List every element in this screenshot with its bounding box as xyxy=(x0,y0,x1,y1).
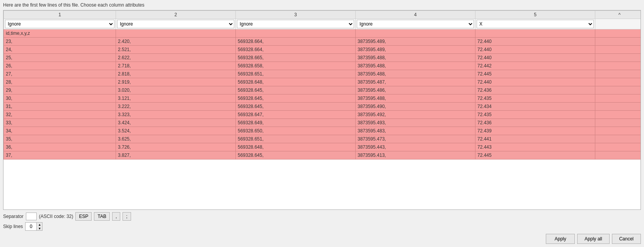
table-row: 36,3.726,569328.648,3873595.443,72.443 xyxy=(4,143,641,151)
table-cell xyxy=(595,54,641,62)
spin-up-button[interactable]: ▲ xyxy=(37,223,42,226)
table-cell: 36, xyxy=(4,143,116,151)
table-cell: 569328.664, xyxy=(236,46,356,54)
table-cell: 3873595.487, xyxy=(356,78,475,86)
col3-select[interactable]: Ignore XYZTimeID xyxy=(237,20,354,28)
table-row: 32,3.323,569328.647,3873595.492,72.435 xyxy=(4,111,641,119)
table-body: id,time,x,y,z23,2.420,569328.664,3873595… xyxy=(4,29,641,160)
col-num-5: 5 xyxy=(475,11,595,19)
table-cell: 72.440 xyxy=(475,54,595,62)
table-row: 37,3.827,569328.645,3873595.413,72.445 xyxy=(4,151,641,160)
table-cell: 3.625, xyxy=(116,135,236,143)
col-dropdown-1[interactable]: Ignore XYZTimeID xyxy=(4,19,116,29)
table-cell: 3873595.492, xyxy=(356,111,475,119)
table-cell: 33, xyxy=(4,119,116,127)
table-cell: 72.439 xyxy=(475,127,595,135)
semicolon-button[interactable]: ; xyxy=(123,212,131,221)
table-cell: 72.436 xyxy=(475,86,595,94)
cancel-button[interactable]: Cancel xyxy=(612,234,641,244)
table-cell: 72.440 xyxy=(475,78,595,86)
table-cell: 569328.648, xyxy=(236,78,356,86)
instruction-text: Here are the first few lines of this fil… xyxy=(3,2,641,8)
col-num-1: 1 xyxy=(4,11,116,19)
table-cell: 569328.664, xyxy=(236,38,356,46)
table-cell: 23, xyxy=(4,38,116,46)
data-table-wrapper: 1 2 3 4 5 ^ Ignore XYZTimeID xyxy=(3,10,641,210)
table-cell: 2.718, xyxy=(116,62,236,70)
table-cell: 72.440 xyxy=(475,46,595,54)
col-dropdown-extra xyxy=(595,19,641,29)
skip-lines-input[interactable] xyxy=(26,223,36,230)
table-cell xyxy=(595,135,641,143)
table-cell: 2.818, xyxy=(116,70,236,78)
col-num-3: 3 xyxy=(236,11,356,19)
table-cell: 569328.649, xyxy=(236,119,356,127)
table-cell: 569328.648, xyxy=(236,143,356,151)
table-row: 33,3.424,569328.649,3873595.493,72.436 xyxy=(4,119,641,127)
table-cell: 34, xyxy=(4,127,116,135)
tab-button[interactable]: TAB xyxy=(94,212,109,221)
skip-lines-row: Skip lines ▲ ▼ xyxy=(3,222,641,231)
table-cell: 3.222, xyxy=(116,103,236,111)
table-cell: 24, xyxy=(4,46,116,54)
table-cell: 3873595.488, xyxy=(356,54,475,62)
table-row: 24,2.521,569328.664,3873595.489,72.440 xyxy=(4,46,641,54)
col-dropdown-2[interactable]: Ignore XYZTimeID xyxy=(116,19,236,29)
skip-lines-spinner[interactable]: ▲ ▼ xyxy=(25,222,43,231)
table-cell: 72.443 xyxy=(475,143,595,151)
col5-select[interactable]: X IgnoreYZTimeID xyxy=(477,20,594,28)
table-cell: 3873595.490, xyxy=(356,103,475,111)
separator-row: Separator (ASCII code: 32) ESP TAB , ; xyxy=(3,212,641,221)
table-cell: 2.420, xyxy=(116,38,236,46)
table-row: 30,3.121,569328.645,3873595.488,72.435 xyxy=(4,94,641,103)
col-dropdown-3[interactable]: Ignore XYZTimeID xyxy=(236,19,356,29)
table-cell xyxy=(595,119,641,127)
esp-button[interactable]: ESP xyxy=(75,212,92,221)
table-cell xyxy=(595,127,641,135)
table-cell: 569328.647, xyxy=(236,111,356,119)
table-cell: 31, xyxy=(4,103,116,111)
separator-label: Separator xyxy=(3,214,24,219)
table-cell: 3873595.488, xyxy=(356,70,475,78)
table-cell: 3873595.483, xyxy=(356,127,475,135)
col-dropdown-4[interactable]: Ignore XYZTimeID xyxy=(356,19,475,29)
table-cell: 3873595.443, xyxy=(356,143,475,151)
table-cell: 3873595.489, xyxy=(356,38,475,46)
table-cell: id,time,x,y,z xyxy=(4,29,116,38)
table-cell: 30, xyxy=(4,94,116,103)
table-cell xyxy=(595,86,641,94)
table-cell xyxy=(356,29,475,38)
table-cell: 72.434 xyxy=(475,103,595,111)
table-row: 25,2.622,569328.665,3873595.488,72.440 xyxy=(4,54,641,62)
table-cell: 35, xyxy=(4,135,116,143)
table-cell: 72.435 xyxy=(475,111,595,119)
apply-all-button[interactable]: Apply all xyxy=(577,234,609,244)
apply-button[interactable]: Apply xyxy=(546,234,575,244)
table-cell xyxy=(116,29,236,38)
table-row: 29,3.020,569328.645,3873595.486,72.436 xyxy=(4,86,641,94)
col4-select[interactable]: Ignore XYZTimeID xyxy=(357,20,474,28)
table-cell: 569328.651, xyxy=(236,135,356,143)
col2-select[interactable]: Ignore XYZTimeID xyxy=(117,20,234,28)
table-cell xyxy=(475,29,595,38)
separator-input-box[interactable] xyxy=(26,213,37,220)
table-cell: 569328.645, xyxy=(236,151,356,160)
col-dropdown-5[interactable]: X IgnoreYZTimeID xyxy=(475,19,595,29)
table-row: 35,3.625,569328.651,3873595.473,72.441 xyxy=(4,135,641,143)
table-cell: 3.424, xyxy=(116,119,236,127)
table-cell: 2.521, xyxy=(116,46,236,54)
table-cell: 3.020, xyxy=(116,86,236,94)
spin-down-button[interactable]: ▼ xyxy=(37,226,42,230)
table-cell xyxy=(595,94,641,103)
table-cell: 569328.645, xyxy=(236,86,356,94)
table-row: 23,2.420,569328.664,3873595.489,72.440 xyxy=(4,38,641,46)
col1-select[interactable]: Ignore XYZTimeID xyxy=(5,20,114,28)
table-cell: 72.440 xyxy=(475,38,595,46)
col-num-2: 2 xyxy=(116,11,236,19)
bottom-bar: Separator (ASCII code: 32) ESP TAB , ; S… xyxy=(3,212,641,231)
table-cell: 569328.650, xyxy=(236,127,356,135)
table-cell: 28, xyxy=(4,78,116,86)
comma-button[interactable]: , xyxy=(112,212,120,221)
table-row: id,time,x,y,z xyxy=(4,29,641,38)
ascii-code-label: (ASCII code: 32) xyxy=(39,214,73,219)
